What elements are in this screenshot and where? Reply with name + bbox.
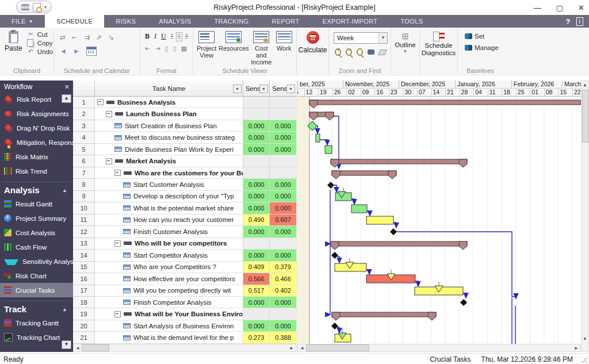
unlink-tasks-icon[interactable]: ⇠ (72, 33, 78, 41)
sens-c-filter-icon[interactable]: ▼ (286, 85, 295, 93)
scroll-left-icon[interactable]: ◄ (74, 344, 82, 351)
task-name-cell[interactable]: Market Analysis (95, 155, 243, 167)
align-center-button[interactable] (178, 34, 181, 40)
minimize-button[interactable]: — (534, 3, 541, 12)
align-left-button[interactable] (171, 34, 174, 40)
find-icon[interactable] (368, 49, 374, 55)
table-h-scrollbar-thumb[interactable] (82, 344, 109, 351)
sidebar-item-project-summary[interactable]: Project Summary (0, 211, 73, 225)
sens-c-cell[interactable] (270, 155, 296, 167)
tab-file[interactable]: FILE▼ (0, 15, 45, 28)
sens-c-cell[interactable]: 0.000 (270, 191, 296, 202)
collapse-section-icon[interactable]: ▲ (62, 306, 67, 312)
join-task-icon[interactable]: ⇘ (108, 33, 114, 41)
tab-analysis[interactable]: ANALYSIS (147, 15, 202, 28)
sens-d-cell[interactable]: 0.000 (243, 297, 270, 308)
sidebar-item-mitigation-response[interactable]: Mitigation, Response (0, 135, 73, 150)
table-row[interactable]: 3Start Creation of Business Plan0.0000.0… (73, 120, 296, 132)
link-chain-icon[interactable]: ⇉ (84, 33, 90, 41)
sens-d-cell[interactable]: 0.566 (243, 273, 270, 285)
tab-report[interactable]: REPORT (261, 15, 311, 28)
project-view-button[interactable]: Project View (197, 31, 216, 66)
set-baseline-button[interactable]: Set (464, 32, 500, 40)
sens-d-cell[interactable] (243, 308, 270, 320)
sens-c-header[interactable]: Sens,C ▼ (270, 81, 296, 96)
work-button[interactable]: Work (275, 31, 293, 66)
task-bar[interactable] (351, 205, 367, 213)
tab-risks[interactable]: RISKS (104, 15, 147, 28)
sens-c-cell[interactable]: 0.000 (270, 144, 296, 155)
table-row[interactable]: 8Start Customer Analysis0.0000.000 (73, 179, 296, 190)
sidebar-item-risk-matrix[interactable]: Risk Matrix (0, 150, 73, 164)
cut-button[interactable]: ✂Cut (26, 30, 55, 39)
sidebar-item-cost-analysis[interactable]: Cost Analysis (0, 225, 73, 240)
milestone-diamond[interactable] (390, 228, 397, 235)
table-row[interactable]: 17Will you be competing directly wit0.51… (73, 285, 296, 297)
sidebar-item-sensitivity-analysis[interactable]: Sensitivity Analysis (0, 254, 73, 269)
collapse-section-icon[interactable]: ▲ (62, 187, 67, 193)
task-name-cell[interactable]: Meet to discuss new business strateg (95, 132, 243, 143)
zoom-period-dropdown-icon[interactable]: ▼ (378, 33, 387, 43)
sens-d-cell[interactable] (243, 108, 270, 120)
summary-bar[interactable] (332, 171, 396, 175)
zoom-period-select[interactable]: Week ▼ (334, 32, 388, 44)
task-name-cell[interactable]: Divide Business Plan Work by Experi (95, 144, 243, 155)
sidebar-item-risk-chart[interactable]: Risk Chart (0, 269, 73, 283)
table-row[interactable]: 20Start Analysis of Business Environ0.00… (73, 320, 296, 332)
sens-d-cell[interactable]: 0.000 (243, 226, 270, 237)
table-row[interactable]: 5Divide Business Plan Work by Experi0.00… (73, 144, 296, 155)
collapse-task-icon[interactable] (106, 111, 112, 117)
tab-schedule[interactable]: SCHEDULE (45, 15, 104, 28)
task-name-cell[interactable]: What is the potential market share (95, 202, 243, 214)
manage-baselines-button[interactable]: Manage (464, 44, 500, 52)
sens-c-cell[interactable]: 0.000 (270, 297, 296, 308)
close-panel-icon[interactable]: ✕ (64, 83, 70, 91)
sens-d-cell[interactable]: 0.000 (243, 191, 270, 202)
italic-button[interactable]: I (154, 32, 156, 41)
sens-c-cell[interactable]: 0.000 (270, 132, 296, 143)
sens-d-cell[interactable] (243, 167, 270, 179)
copy-button[interactable]: Copy (26, 39, 55, 47)
sens-c-cell[interactable] (270, 238, 296, 250)
sidebar-item-crucial-tasks[interactable]: Crucial Tasks (0, 283, 73, 297)
sens-c-cell[interactable] (270, 108, 296, 120)
cost-and-income-button[interactable]: Cost and Income (251, 31, 271, 66)
task-name-cell[interactable]: Who will be your competitors (95, 238, 243, 250)
zoom-out-icon[interactable]: − (346, 48, 352, 56)
sens-d-cell[interactable]: 0.490 (243, 214, 270, 226)
table-row[interactable]: 6Market Analysis (73, 155, 296, 167)
sens-d-cell[interactable]: 0.000 (243, 250, 270, 261)
sens-c-cell[interactable]: 0.466 (270, 273, 296, 285)
task-name-cell[interactable]: How can you reach your customer (95, 214, 243, 226)
move-right-icon[interactable]: ► (73, 47, 80, 55)
sens-d-cell[interactable]: 0.000 (243, 120, 270, 132)
table-row[interactable]: 2Launch Business Plan (73, 108, 296, 120)
sens-c-cell[interactable]: 0.000 (270, 250, 296, 261)
sens-d-header[interactable]: Sens,D ▼ (243, 81, 270, 96)
table-row[interactable]: 1Business Analysis (73, 97, 296, 108)
scroll-up-icon[interactable]: ▲ (582, 81, 588, 89)
table-row[interactable]: 12Finish Customer Analysis0.0000.000 (73, 226, 296, 237)
underline-button[interactable]: U (161, 32, 166, 41)
table-row[interactable]: 19What will be Your Business Enviro (73, 308, 296, 320)
table-row[interactable]: 16How effective are your competitors0.56… (73, 273, 296, 285)
sens-d-cell[interactable]: 0.517 (243, 285, 270, 297)
sens-c-cell[interactable]: 0.000 (270, 202, 296, 214)
sidebar-item-cash-flow[interactable]: Cash Flow (0, 240, 73, 254)
zoom-select-icon[interactable] (357, 48, 363, 56)
undo-button[interactable]: ↶Undo (26, 47, 55, 56)
sidebar-item-risk-assignments[interactable]: Risk Assignments (0, 106, 73, 121)
gantt-body[interactable] (297, 97, 581, 344)
sidebar-item-result-gantt[interactable]: Result Gantt (0, 197, 73, 211)
resources-button[interactable]: Resources (220, 31, 247, 66)
summary-bar[interactable] (309, 100, 581, 105)
gantt-h-scrollbar-thumb[interactable] (306, 344, 369, 351)
task-name-cell[interactable]: What will be Your Business Enviro (95, 308, 243, 320)
task-name-cell[interactable]: Will you be competing directly wit (95, 285, 243, 297)
task-name-cell[interactable]: Start Analysis of Business Environ (95, 320, 243, 332)
summary-bar[interactable] (331, 159, 467, 164)
table-row[interactable]: 14Start Competitor Analysis0.0000.000 (73, 250, 296, 261)
table-row[interactable]: 18Finish Competitor Analysis0.0000.000 (73, 297, 296, 308)
collapse-task-icon[interactable] (97, 99, 104, 105)
milestone-diamond[interactable] (327, 182, 334, 189)
